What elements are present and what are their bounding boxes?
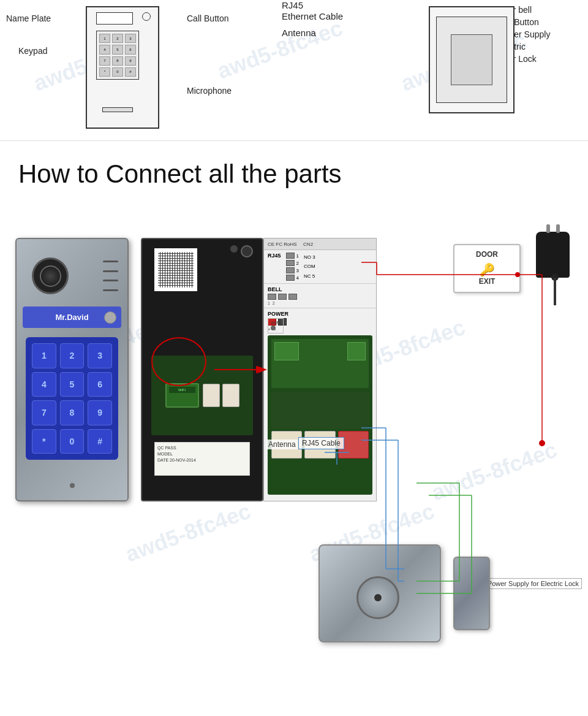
qr-inner bbox=[158, 252, 194, 288]
key-0: 0 bbox=[60, 429, 85, 454]
wifi-module: WiFi bbox=[165, 383, 199, 408]
electric-lock bbox=[300, 544, 490, 655]
control-board: CE FC RoHS CN2 RJ45 1 2 3 4 NO 3 bbox=[263, 238, 377, 501]
how-to-section: How to Connect all the parts bbox=[0, 141, 588, 213]
watermark: awd5-8fc4ec bbox=[214, 15, 346, 85]
relay-2 bbox=[222, 384, 239, 407]
pcb-component-2 bbox=[230, 245, 238, 253]
rj45-label: RJ45 bbox=[268, 253, 281, 281]
top-diagram: awd5-8fc4ec awd5-8fc4ec awd5-8fc4ec 123 … bbox=[0, 0, 588, 141]
exit-btn-text-door: DOOR bbox=[476, 250, 498, 260]
left-device-diagram: 123 456 789 *0# bbox=[86, 6, 159, 129]
exit-btn-text-exit: EXIT bbox=[479, 277, 496, 287]
panel-bell-button bbox=[104, 311, 116, 324]
device-speaker bbox=[102, 107, 133, 112]
label-name-plate: Name Plate bbox=[6, 13, 51, 23]
pcb-mid-area bbox=[271, 392, 369, 428]
sticker-model-label: MODEL bbox=[157, 451, 247, 457]
key-star: * bbox=[32, 429, 56, 454]
main-pcb-board bbox=[268, 335, 372, 495]
doorbell-panel: Mr.David 1 2 3 4 5 6 7 8 9 * 0 # bbox=[15, 238, 129, 501]
label-ethernet-cable: Ethernet Cable bbox=[282, 11, 343, 21]
exit-key-icon: 🔑 bbox=[480, 262, 495, 277]
label-microphone: Microphone bbox=[187, 86, 232, 96]
camera-lens bbox=[40, 265, 61, 287]
adapter-plug bbox=[536, 232, 570, 278]
power-adapter bbox=[521, 232, 576, 305]
ctrl-bell-section: BELL 1 2 bbox=[264, 284, 376, 308]
sticker-date: DATE 20-NOV-2014 bbox=[157, 457, 247, 463]
rj45-t4: 4 bbox=[286, 275, 299, 281]
panel-keypad: 1 2 3 4 5 6 7 8 9 * 0 # bbox=[26, 337, 118, 460]
pcb-component bbox=[241, 245, 253, 257]
key-2: 2 bbox=[60, 343, 85, 368]
prong-left bbox=[546, 224, 550, 233]
ctrl-rj45-section: RJ45 1 2 3 4 NO 3 COM NC 5 bbox=[264, 250, 376, 284]
label-antenna: Antenna bbox=[266, 440, 298, 449]
svg-point-23 bbox=[539, 440, 545, 446]
device-keypad: 123 456 789 *0# bbox=[96, 31, 139, 80]
pcb-top-area bbox=[271, 339, 369, 388]
sticker-model: QC PASS bbox=[157, 445, 247, 451]
how-to-title: How to Connect all the parts bbox=[18, 159, 570, 189]
connection-diagram: awd5-8fc4ec awd5-8fc4ec awd5-8fc4ec awd5… bbox=[0, 213, 588, 673]
key-1: 1 bbox=[32, 343, 56, 368]
bell-numbers: 1 2 bbox=[268, 301, 372, 305]
panel-camera bbox=[32, 257, 69, 294]
key-hash: # bbox=[88, 429, 112, 454]
adapter-cord bbox=[554, 278, 556, 305]
key-7: 7 bbox=[32, 400, 56, 425]
power-label: POWER bbox=[268, 311, 372, 317]
bell-label: BELL bbox=[268, 286, 372, 292]
lock-main-body bbox=[318, 544, 441, 642]
label-antenna: Antenna bbox=[282, 28, 316, 38]
adapter-prongs bbox=[546, 224, 560, 233]
exit-button-box: DOOR 🔑 EXIT bbox=[453, 244, 521, 293]
label-keypad: Keypad bbox=[18, 46, 47, 56]
rj45-t2: 2 bbox=[286, 260, 299, 266]
name-bar-text: Mr.David bbox=[55, 313, 88, 322]
key-3: 3 bbox=[88, 343, 112, 368]
device-call-button bbox=[142, 12, 151, 21]
label-call-button: Call Button bbox=[187, 13, 228, 23]
rj45-terminals: 1 2 3 4 bbox=[286, 253, 299, 281]
bell-terminals bbox=[268, 294, 372, 300]
relay-1 bbox=[203, 384, 220, 407]
key-8: 8 bbox=[60, 400, 85, 425]
rj45-t1: 1 bbox=[286, 253, 299, 259]
chip-1 bbox=[274, 342, 299, 360]
key-4: 4 bbox=[32, 372, 56, 397]
board-label-sticker: QC PASS MODEL DATE 20-NOV-2014 bbox=[154, 442, 250, 476]
watermark-6: awd5-8fc4ec bbox=[428, 437, 560, 506]
chip-2 bbox=[347, 342, 366, 360]
label-power-supply-lock: Power Supply for Electric Lock bbox=[484, 578, 582, 589]
key-9: 9 bbox=[88, 400, 112, 425]
ctrl-header: CE FC RoHS CN2 bbox=[264, 238, 376, 250]
board-qr-code bbox=[154, 248, 197, 291]
panel-dot bbox=[70, 483, 75, 488]
key-6: 6 bbox=[88, 372, 112, 397]
wifi-indicator: WiFi bbox=[268, 318, 284, 333]
lock-side-body bbox=[453, 557, 490, 630]
panel-speaker bbox=[103, 261, 118, 291]
relay-blocks bbox=[203, 384, 239, 407]
lock-cylinder bbox=[356, 576, 399, 619]
label-rj45-cable: RJ45 Cable bbox=[298, 437, 344, 449]
key-5: 5 bbox=[60, 372, 85, 397]
board-sub-pcb: WiFi bbox=[151, 356, 253, 435]
right-device-diagram bbox=[429, 6, 514, 113]
rj45-t3: 3 bbox=[286, 267, 299, 273]
rj45-numbers: NO 3 COM NC 5 bbox=[304, 253, 315, 281]
watermark-4: awd5-8fc4ec bbox=[122, 498, 254, 568]
device-screen bbox=[96, 12, 133, 25]
lock-keyhole bbox=[374, 594, 382, 601]
inner-board: WiFi QC PASS MODEL DATE 20-NOV-2014 bbox=[141, 238, 263, 501]
label-rj45: RJ45 bbox=[282, 0, 303, 10]
prong-right bbox=[556, 224, 560, 233]
